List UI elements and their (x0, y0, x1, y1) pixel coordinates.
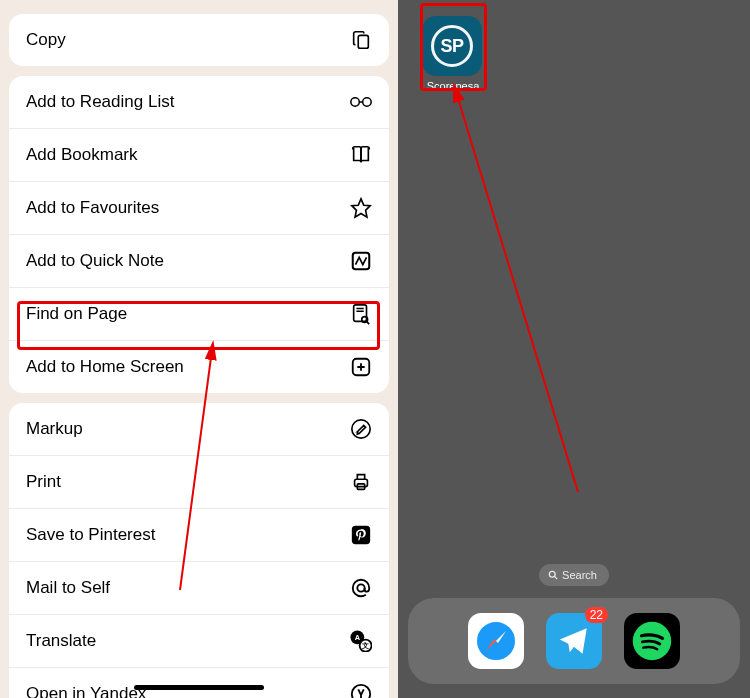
translate-icon: A文 (350, 630, 372, 652)
menu-label: Add to Quick Note (26, 251, 164, 271)
svg-point-17 (357, 584, 364, 591)
yandex-icon (350, 683, 372, 698)
find-icon (350, 303, 372, 325)
search-icon (548, 570, 558, 580)
svg-text:文: 文 (361, 641, 369, 650)
menu-item-find-on-page[interactable]: Find on Page (9, 288, 389, 341)
menu-label: Open in Yandex (26, 684, 146, 698)
quicknote-icon (350, 250, 372, 272)
dock: 22 (408, 598, 740, 684)
menu-label: Translate (26, 631, 96, 651)
svg-rect-16 (352, 526, 370, 544)
markup-icon (350, 418, 372, 440)
svg-rect-14 (355, 479, 368, 486)
menu-label: Add Bookmark (26, 145, 138, 165)
star-icon (350, 197, 372, 219)
at-icon (350, 577, 372, 599)
svg-rect-5 (354, 305, 367, 322)
menu-group-2: Add to Reading List Add Bookmark Add to … (9, 76, 389, 393)
svg-line-28 (555, 577, 558, 580)
menu-label: Find on Page (26, 304, 127, 324)
dock-app-safari[interactable] (468, 613, 524, 669)
menu-item-mail-self[interactable]: Mail to Self (9, 562, 389, 615)
menu-group-3: Markup Print Save to Pinterest Mail to S… (9, 403, 389, 698)
menu-label: Copy (26, 30, 66, 50)
notification-badge: 22 (585, 607, 608, 623)
menu-label: Add to Reading List (26, 92, 174, 112)
menu-item-pinterest[interactable]: Save to Pinterest (9, 509, 389, 562)
svg-rect-0 (358, 35, 368, 48)
book-icon (350, 144, 372, 166)
svg-point-1 (351, 98, 359, 106)
menu-label: Add to Home Screen (26, 357, 184, 377)
menu-item-translate[interactable]: Translate A文 (9, 615, 389, 668)
dock-app-spotify[interactable] (624, 613, 680, 669)
menu-item-markup[interactable]: Markup (9, 403, 389, 456)
add-square-icon (350, 356, 372, 378)
menu-item-yandex[interactable]: Open in Yandex (9, 668, 389, 698)
share-sheet-pane: Copy Add to Reading List Add Bookmark Ad… (0, 0, 398, 698)
safari-icon (472, 617, 520, 665)
print-icon (350, 471, 372, 493)
search-label: Search (562, 569, 597, 581)
menu-label: Save to Pinterest (26, 525, 155, 545)
home-screen-pane: SP Scorepesa Search 22 (398, 0, 750, 698)
spotify-icon (631, 620, 673, 662)
menu-label: Print (26, 472, 61, 492)
copy-icon (350, 29, 372, 51)
menu-item-favourites[interactable]: Add to Favourites (9, 182, 389, 235)
menu-item-print[interactable]: Print (9, 456, 389, 509)
annotation-arrow-right (438, 82, 658, 502)
svg-point-27 (549, 571, 555, 577)
scorepesa-app-icon: SP (422, 16, 482, 76)
svg-marker-3 (352, 199, 370, 217)
svg-text:A: A (355, 633, 361, 642)
svg-line-26 (456, 92, 578, 492)
menu-group-1: Copy (9, 14, 389, 66)
glasses-icon (350, 91, 372, 113)
menu-item-quick-note[interactable]: Add to Quick Note (9, 235, 389, 288)
dock-app-telegram[interactable]: 22 (546, 613, 602, 669)
spotlight-search-button[interactable]: Search (539, 564, 609, 586)
telegram-icon (557, 624, 591, 658)
menu-label: Mail to Self (26, 578, 110, 598)
pinterest-icon (350, 524, 372, 546)
menu-item-copy[interactable]: Copy (9, 14, 389, 66)
home-indicator[interactable] (134, 685, 264, 690)
menu-label: Markup (26, 419, 83, 439)
app-label: Scorepesa (422, 80, 484, 92)
menu-item-add-home-screen[interactable]: Add to Home Screen (9, 341, 389, 393)
svg-point-2 (363, 98, 371, 106)
menu-item-reading-list[interactable]: Add to Reading List (9, 76, 389, 129)
homescreen-app[interactable]: SP Scorepesa (422, 16, 484, 92)
svg-line-9 (367, 322, 369, 324)
menu-label: Add to Favourites (26, 198, 159, 218)
menu-item-bookmark[interactable]: Add Bookmark (9, 129, 389, 182)
